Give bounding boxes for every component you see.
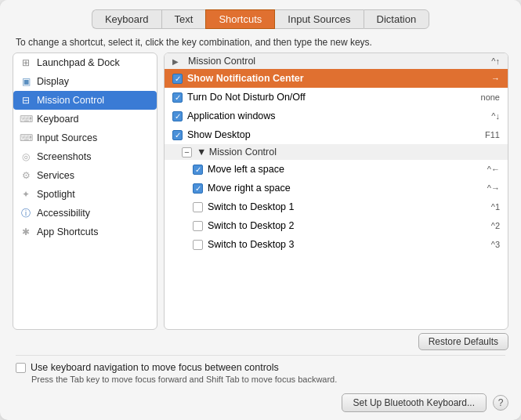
sidebar-item-mission-control[interactable]: ⊟ Mission Control xyxy=(13,91,157,110)
nav-checkbox-label: Use keyboard navigation to move focus be… xyxy=(31,362,279,373)
setup-bluetooth-button[interactable]: Set Up Bluetooth Keyboard... xyxy=(342,393,487,412)
checkbox-app-windows[interactable]: ✓ xyxy=(172,111,183,121)
sidebar-item-app-shortcuts[interactable]: ✱ App Shortcuts xyxy=(13,223,157,241)
key-move-left: ^← xyxy=(487,165,500,174)
label-move-left: Move left a space xyxy=(208,164,483,175)
sidebar-label-mission-control: Mission Control xyxy=(37,95,104,106)
label-show-notification: Show Notification Center xyxy=(187,73,487,84)
key-show-notification: → xyxy=(491,74,500,83)
checkbox-show-desktop[interactable]: ✓ xyxy=(172,130,183,140)
sidebar-item-services[interactable]: ⚙ Services xyxy=(13,166,157,185)
sub-group-header[interactable]: − ▼ Mission Control xyxy=(165,144,508,160)
sidebar-item-screenshots[interactable]: ◎ Screenshots xyxy=(13,147,157,166)
shortcut-show-desktop[interactable]: ✓ Show Desktop F11 xyxy=(165,125,508,144)
sidebar-label-screenshots: Screenshots xyxy=(37,151,91,162)
sidebar-label-input-sources: Input Sources xyxy=(37,132,97,143)
sidebar-label-launchpad: Launchpad & Dock xyxy=(37,57,120,68)
shortcut-move-left[interactable]: ✓ Move left a space ^← xyxy=(165,160,508,179)
nav-checkbox-sublabel: Press the Tab key to move focus forward … xyxy=(0,375,521,389)
footer-bar: Set Up Bluetooth Keyboard... ? xyxy=(0,389,521,420)
accessibility-icon: ⓘ xyxy=(20,207,32,219)
input-sources-icon: ⌨ xyxy=(20,132,32,144)
key-do-not-disturb: none xyxy=(481,92,500,102)
label-do-not-disturb: Turn Do Not Disturb On/Off xyxy=(187,92,476,103)
display-icon: ▣ xyxy=(20,75,32,88)
tab-input-sources[interactable]: Input Sources xyxy=(275,9,363,29)
checkbox-switch-3[interactable] xyxy=(193,240,203,250)
sidebar-item-display[interactable]: ▣ Display xyxy=(13,72,157,91)
shortcut-show-notification[interactable]: ✓ Show Notification Center → xyxy=(165,69,508,88)
top-group-key: ^↑ xyxy=(491,56,500,66)
tab-text[interactable]: Text xyxy=(161,9,206,29)
restore-defaults-button[interactable]: Restore Defaults xyxy=(418,333,508,350)
sidebar-label-display: Display xyxy=(37,76,69,87)
mission-control-icon: ⊟ xyxy=(20,94,32,107)
key-switch-3: ^3 xyxy=(491,240,500,249)
sidebar-label-services: Services xyxy=(37,170,74,181)
key-show-desktop: F11 xyxy=(485,130,500,139)
checkbox-move-left[interactable]: ✓ xyxy=(193,165,203,175)
app-shortcuts-icon: ✱ xyxy=(20,226,32,238)
nav-checkbox[interactable] xyxy=(16,363,26,373)
sidebar-item-accessibility[interactable]: ⓘ Accessibility xyxy=(13,204,157,223)
sub-group-label: ▼ Mission Control xyxy=(197,147,500,158)
main-content: ⊞ Launchpad & Dock ▣ Display ⊟ Mission C… xyxy=(0,52,521,330)
shortcut-do-not-disturb[interactable]: ✓ Turn Do Not Disturb On/Off none xyxy=(165,88,508,107)
tab-dictation[interactable]: Dictation xyxy=(364,9,430,29)
group-toggle-icon: ▶ xyxy=(172,57,183,66)
checkbox-switch-2[interactable] xyxy=(193,221,203,231)
divider xyxy=(16,355,505,356)
label-switch-2: Switch to Desktop 2 xyxy=(208,220,487,231)
tab-keyboard[interactable]: Keyboard xyxy=(92,9,161,29)
tab-bar: Keyboard Text Shortcuts Input Sources Di… xyxy=(0,0,521,29)
shortcuts-panel: ▶ Mission Control ^↑ ✓ Show Notification… xyxy=(164,52,508,330)
key-app-windows: ^↓ xyxy=(491,111,500,121)
tab-shortcuts[interactable]: Shortcuts xyxy=(205,9,275,29)
checkbox-switch-1[interactable] xyxy=(193,202,203,212)
services-icon: ⚙ xyxy=(20,169,32,182)
screenshots-icon: ◎ xyxy=(20,150,32,163)
checkbox-do-not-disturb[interactable]: ✓ xyxy=(172,92,183,103)
label-app-windows: Application windows xyxy=(187,110,487,121)
launchpad-icon: ⊞ xyxy=(20,56,32,69)
sidebar-item-spotlight[interactable]: ✦ Spotlight xyxy=(13,185,157,204)
checkbox-move-right[interactable]: ✓ xyxy=(193,183,203,194)
shortcut-switch-2[interactable]: Switch to Desktop 2 ^2 xyxy=(165,216,508,235)
key-move-right: ^→ xyxy=(487,183,500,193)
top-group-header[interactable]: ▶ Mission Control ^↑ xyxy=(165,53,508,69)
sidebar-label-spotlight: Spotlight xyxy=(37,189,75,200)
label-switch-3: Switch to Desktop 3 xyxy=(208,239,487,250)
checkbox-sub-group[interactable]: − xyxy=(182,147,192,158)
sidebar-item-keyboard[interactable]: ⌨ Keyboard xyxy=(13,110,157,129)
shortcut-move-right[interactable]: ✓ Move right a space ^→ xyxy=(165,179,508,197)
restore-row: Restore Defaults xyxy=(0,330,521,353)
instruction-text: To change a shortcut, select it, click t… xyxy=(0,29,521,52)
top-group-label: Mission Control xyxy=(188,56,491,67)
label-move-right: Move right a space xyxy=(208,183,483,194)
sidebar-label-accessibility: Accessibility xyxy=(37,208,90,219)
sidebar-item-launchpad[interactable]: ⊞ Launchpad & Dock xyxy=(13,53,157,72)
sidebar-item-input-sources[interactable]: ⌨ Input Sources xyxy=(13,129,157,147)
sidebar-label-keyboard: Keyboard xyxy=(37,114,79,125)
shortcut-switch-3[interactable]: Switch to Desktop 3 ^3 xyxy=(165,235,508,254)
spotlight-icon: ✦ xyxy=(20,188,32,201)
checkbox-show-notification[interactable]: ✓ xyxy=(172,74,183,84)
label-show-desktop: Show Desktop xyxy=(187,129,480,140)
sidebar-label-app-shortcuts: App Shortcuts xyxy=(37,226,99,237)
nav-checkbox-row: Use keyboard navigation to move focus be… xyxy=(0,357,521,375)
shortcut-switch-1[interactable]: Switch to Desktop 1 ^1 xyxy=(165,197,508,216)
key-switch-1: ^1 xyxy=(491,202,500,212)
label-switch-1: Switch to Desktop 1 xyxy=(208,201,487,212)
sidebar: ⊞ Launchpad & Dock ▣ Display ⊟ Mission C… xyxy=(13,52,157,330)
keyboard-icon: ⌨ xyxy=(20,113,32,125)
shortcut-app-windows[interactable]: ✓ Application windows ^↓ xyxy=(165,107,508,125)
key-switch-2: ^2 xyxy=(491,221,500,230)
help-button[interactable]: ? xyxy=(493,395,508,411)
